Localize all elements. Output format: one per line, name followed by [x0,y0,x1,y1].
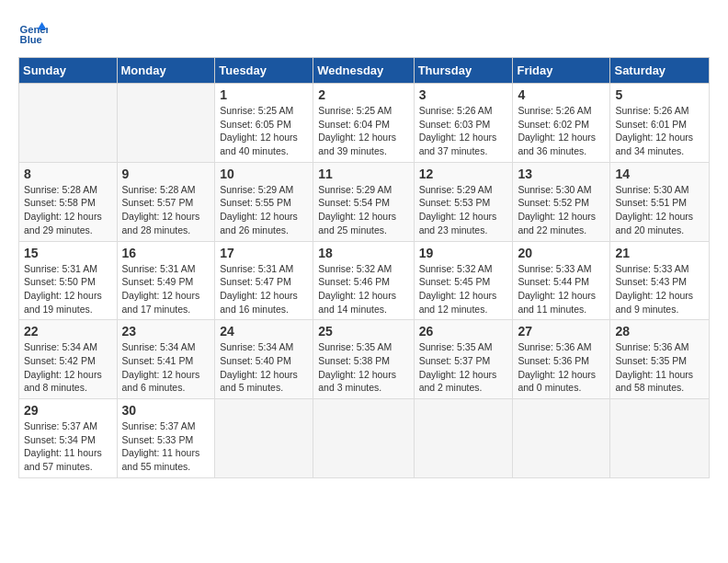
calendar-cell: 3Sunrise: 5:26 AMSunset: 6:03 PMDaylight… [414,84,513,163]
day-number: 11 [318,167,408,181]
day-number: 28 [615,324,704,339]
day-number: 30 [122,403,210,418]
calendar-cell: 25Sunrise: 5:35 AMSunset: 5:38 PMDayligh… [313,320,414,399]
day-number: 22 [24,324,112,339]
calendar-cell: 20Sunrise: 5:33 AMSunset: 5:44 PMDayligh… [513,241,610,320]
calendar-cell: 10Sunrise: 5:29 AMSunset: 5:55 PMDayligh… [215,162,313,241]
day-info: Sunrise: 5:34 AMSunset: 5:41 PMDaylight:… [122,340,210,395]
day-info: Sunrise: 5:33 AMSunset: 5:43 PMDaylight:… [615,262,704,316]
day-info: Sunrise: 5:28 AMSunset: 5:58 PMDaylight:… [24,183,112,237]
day-number: 26 [419,324,508,339]
calendar-cell: 30Sunrise: 5:37 AMSunset: 5:33 PMDayligh… [117,399,215,478]
day-info: Sunrise: 5:28 AMSunset: 5:57 PMDaylight:… [122,183,210,237]
day-number: 18 [318,246,408,260]
weekday-header-wednesday: Wednesday [313,58,414,84]
weekday-header-friday: Friday [513,58,610,84]
calendar-cell: 1Sunrise: 5:25 AMSunset: 6:05 PMDaylight… [215,84,313,163]
calendar-cell: 24Sunrise: 5:34 AMSunset: 5:40 PMDayligh… [215,320,313,399]
weekday-header-sunday: Sunday [19,58,118,84]
weekday-header-monday: Monday [117,58,215,84]
day-info: Sunrise: 5:34 AMSunset: 5:42 PMDaylight:… [24,340,112,395]
day-number: 16 [122,246,210,260]
calendar-cell: 2Sunrise: 5:25 AMSunset: 6:04 PMDaylight… [313,84,414,163]
day-info: Sunrise: 5:32 AMSunset: 5:46 PMDaylight:… [318,262,408,316]
calendar-cell: 26Sunrise: 5:35 AMSunset: 5:37 PMDayligh… [414,320,513,399]
day-number: 23 [122,324,210,339]
calendar-cell: 23Sunrise: 5:34 AMSunset: 5:41 PMDayligh… [117,320,215,399]
calendar-cell: 14Sunrise: 5:30 AMSunset: 5:51 PMDayligh… [610,162,710,241]
calendar-cell [215,399,313,478]
calendar-cell: 4Sunrise: 5:26 AMSunset: 6:02 PMDaylight… [513,84,610,163]
calendar-cell: 18Sunrise: 5:32 AMSunset: 5:46 PMDayligh… [313,241,414,320]
day-number: 3 [419,87,508,102]
day-info: Sunrise: 5:31 AMSunset: 5:47 PMDaylight:… [220,262,308,316]
day-number: 1 [220,87,308,102]
day-number: 19 [419,246,508,260]
day-number: 9 [122,167,210,181]
day-info: Sunrise: 5:25 AMSunset: 6:05 PMDaylight:… [220,104,308,158]
day-info: Sunrise: 5:26 AMSunset: 6:03 PMDaylight:… [419,104,508,158]
day-info: Sunrise: 5:26 AMSunset: 6:02 PMDaylight:… [518,104,605,158]
day-info: Sunrise: 5:29 AMSunset: 5:53 PMDaylight:… [419,183,508,237]
day-number: 8 [24,167,112,181]
day-info: Sunrise: 5:35 AMSunset: 5:37 PMDaylight:… [419,340,508,395]
day-number: 10 [220,167,308,181]
day-number: 24 [220,324,308,339]
calendar-cell: 8Sunrise: 5:28 AMSunset: 5:58 PMDaylight… [19,162,118,241]
calendar-cell: 28Sunrise: 5:36 AMSunset: 5:35 PMDayligh… [610,320,710,399]
calendar-cell [414,399,513,478]
calendar-cell: 21Sunrise: 5:33 AMSunset: 5:43 PMDayligh… [610,241,710,320]
day-number: 29 [24,403,112,418]
day-number: 13 [518,167,605,181]
day-info: Sunrise: 5:29 AMSunset: 5:54 PMDaylight:… [318,183,408,237]
day-info: Sunrise: 5:25 AMSunset: 6:04 PMDaylight:… [318,104,408,158]
calendar-cell: 22Sunrise: 5:34 AMSunset: 5:42 PMDayligh… [19,320,118,399]
page-header: General Blue [18,18,710,48]
calendar-table: SundayMondayTuesdayWednesdayThursdayFrid… [18,57,710,478]
day-number: 25 [318,324,408,339]
calendar-cell: 29Sunrise: 5:37 AMSunset: 5:34 PMDayligh… [19,399,118,478]
day-number: 20 [518,246,605,260]
weekday-header-tuesday: Tuesday [215,58,313,84]
calendar-cell [513,399,610,478]
day-number: 17 [220,246,308,260]
calendar-cell [117,84,215,163]
day-info: Sunrise: 5:36 AMSunset: 5:35 PMDaylight:… [615,340,704,395]
day-info: Sunrise: 5:35 AMSunset: 5:38 PMDaylight:… [318,340,408,395]
day-info: Sunrise: 5:26 AMSunset: 6:01 PMDaylight:… [615,104,704,158]
calendar-cell: 13Sunrise: 5:30 AMSunset: 5:52 PMDayligh… [513,162,610,241]
calendar-cell: 11Sunrise: 5:29 AMSunset: 5:54 PMDayligh… [313,162,414,241]
calendar-cell: 17Sunrise: 5:31 AMSunset: 5:47 PMDayligh… [215,241,313,320]
day-info: Sunrise: 5:30 AMSunset: 5:52 PMDaylight:… [518,183,605,237]
day-info: Sunrise: 5:37 AMSunset: 5:33 PMDaylight:… [122,419,210,474]
day-info: Sunrise: 5:37 AMSunset: 5:34 PMDaylight:… [24,419,112,474]
day-info: Sunrise: 5:31 AMSunset: 5:50 PMDaylight:… [24,262,112,316]
calendar-cell: 9Sunrise: 5:28 AMSunset: 5:57 PMDaylight… [117,162,215,241]
day-number: 15 [24,246,112,260]
day-number: 5 [615,87,704,102]
calendar-cell: 5Sunrise: 5:26 AMSunset: 6:01 PMDaylight… [610,84,710,163]
calendar-cell [19,84,118,163]
day-number: 2 [318,87,408,102]
day-info: Sunrise: 5:34 AMSunset: 5:40 PMDaylight:… [220,340,308,395]
calendar-cell: 16Sunrise: 5:31 AMSunset: 5:49 PMDayligh… [117,241,215,320]
calendar-cell: 15Sunrise: 5:31 AMSunset: 5:50 PMDayligh… [19,241,118,320]
calendar-cell [313,399,414,478]
day-info: Sunrise: 5:36 AMSunset: 5:36 PMDaylight:… [518,340,605,395]
day-info: Sunrise: 5:29 AMSunset: 5:55 PMDaylight:… [220,183,308,237]
weekday-header-saturday: Saturday [610,58,710,84]
day-info: Sunrise: 5:33 AMSunset: 5:44 PMDaylight:… [518,262,605,316]
logo-icon: General Blue [18,18,48,48]
day-info: Sunrise: 5:31 AMSunset: 5:49 PMDaylight:… [122,262,210,316]
day-info: Sunrise: 5:32 AMSunset: 5:45 PMDaylight:… [419,262,508,316]
weekday-header-thursday: Thursday [414,58,513,84]
day-info: Sunrise: 5:30 AMSunset: 5:51 PMDaylight:… [615,183,704,237]
day-number: 21 [615,246,704,260]
day-number: 27 [518,324,605,339]
calendar-cell [610,399,710,478]
calendar-cell: 27Sunrise: 5:36 AMSunset: 5:36 PMDayligh… [513,320,610,399]
calendar-cell: 19Sunrise: 5:32 AMSunset: 5:45 PMDayligh… [414,241,513,320]
day-number: 12 [419,167,508,181]
day-number: 14 [615,167,704,181]
svg-text:Blue: Blue [20,34,42,45]
